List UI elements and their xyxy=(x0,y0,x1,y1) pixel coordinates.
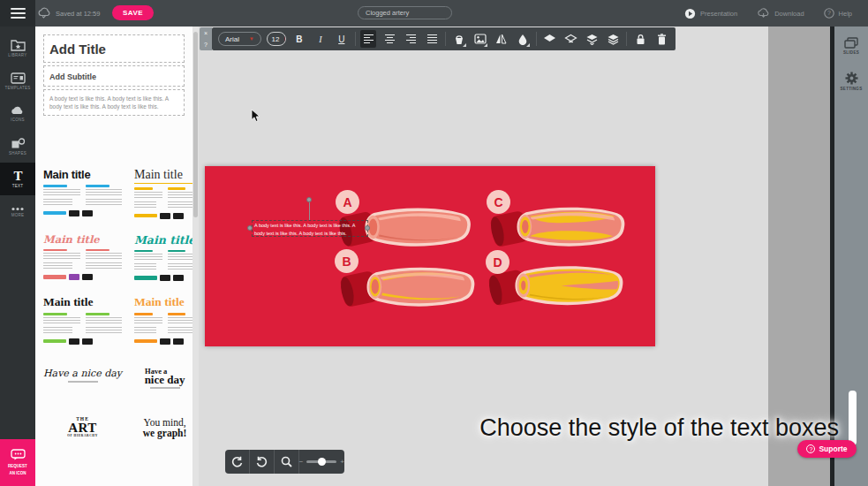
help-button[interactable]: ? Help xyxy=(824,8,852,19)
zoom-slider-handle[interactable] xyxy=(318,458,326,466)
send-to-back-button[interactable] xyxy=(584,30,600,48)
style-template-nice-day-script[interactable]: Have a nice day xyxy=(42,366,124,391)
templates-icon xyxy=(11,72,26,84)
align-right-button[interactable] xyxy=(403,30,419,48)
rotation-handle-line xyxy=(309,202,310,220)
label-c[interactable]: C xyxy=(487,190,510,214)
align-center-button[interactable] xyxy=(381,30,397,48)
zoom-bar: − + xyxy=(225,450,344,474)
library-icon xyxy=(11,39,26,51)
save-button[interactable]: SAVE xyxy=(112,5,154,20)
document-title-input[interactable] xyxy=(358,6,452,19)
tutorial-caption: Choose the style of the text boxes xyxy=(479,414,839,442)
panel-scrollbar[interactable] xyxy=(192,27,199,486)
redo-icon xyxy=(231,456,243,467)
sidebar-item-text[interactable]: T TEXT xyxy=(0,163,35,195)
add-title-item[interactable]: Add Title xyxy=(43,34,185,63)
style-template-serif-orange[interactable]: Main title xyxy=(132,293,197,346)
zoom-tool-button[interactable] xyxy=(275,450,299,474)
magnifier-icon xyxy=(281,456,292,467)
bring-to-front-button[interactable] xyxy=(605,30,621,48)
saved-status: Saved at 12:59 xyxy=(56,10,100,18)
icons-cloud-icon xyxy=(10,105,26,116)
sidebar-item-shapes[interactable]: SHAPES xyxy=(0,130,35,163)
resize-handle-left[interactable] xyxy=(247,225,253,231)
support-button[interactable]: ? Suporte xyxy=(797,440,857,458)
style-template-you-mind[interactable]: You mind,we graph! xyxy=(132,415,197,440)
zoom-slider-track[interactable] xyxy=(306,460,336,463)
label-a[interactable]: A xyxy=(336,190,359,214)
redo-button[interactable] xyxy=(225,450,250,474)
sidebar-item-templates[interactable]: TEMPLATES xyxy=(0,65,35,97)
design-canvas[interactable]: A body text is like this. A body text is… xyxy=(205,166,655,346)
bold-button[interactable]: B xyxy=(291,30,307,48)
undo-icon xyxy=(256,456,268,467)
flip-icon xyxy=(495,34,507,44)
app-window: Saved at 12:59 SAVE Presentation Downloa… xyxy=(0,0,868,486)
mouse-cursor xyxy=(251,110,260,123)
rotation-handle[interactable] xyxy=(306,197,312,202)
align-right-icon xyxy=(406,34,416,45)
top-bar: Saved at 12:59 SAVE Presentation Downloa… xyxy=(0,0,868,27)
lock-icon xyxy=(636,34,645,45)
hamburger-menu-button[interactable] xyxy=(0,0,35,27)
trash-icon xyxy=(657,34,667,45)
cloud-download-icon xyxy=(757,8,770,19)
settings-button[interactable]: SETTINGS xyxy=(834,65,868,97)
add-subtitle-item[interactable]: Add Subtitle xyxy=(43,65,185,87)
style-template-serif-green[interactable]: Main title xyxy=(42,293,124,346)
style-template-nice-day-stacked[interactable]: Have anice day xyxy=(132,366,197,391)
shapes-icon xyxy=(11,138,26,149)
resize-handle-right[interactable] xyxy=(365,225,370,231)
style-template-the-art[interactable]: THEARTOF HIERARCHY xyxy=(42,415,124,440)
slides-button[interactable]: SLIDES xyxy=(834,30,868,62)
style-template-script-pink[interactable]: Main title xyxy=(42,232,124,284)
cloud-save-icon xyxy=(37,5,51,19)
image-fill-button[interactable] xyxy=(472,30,488,48)
lock-button[interactable] xyxy=(632,30,648,48)
request-an-icon-button[interactable]: REQUESTAN ICON xyxy=(0,439,35,486)
flip-button[interactable] xyxy=(494,30,509,48)
opacity-button[interactable] xyxy=(515,30,531,48)
zoom-in-button[interactable]: + xyxy=(340,458,344,466)
more-dots-icon xyxy=(11,207,25,211)
sidebar-item-more[interactable]: MORE xyxy=(0,195,35,228)
label-d[interactable]: D xyxy=(486,250,509,274)
text-panel: Add Title Add Subtitle A body text is li… xyxy=(35,27,199,486)
zoom-slider[interactable]: − + xyxy=(299,458,344,466)
toolbar-close-button[interactable]: × xyxy=(204,30,208,36)
align-left-button[interactable] xyxy=(360,30,376,48)
image-icon xyxy=(474,34,487,44)
style-template-script-teal[interactable]: Main title xyxy=(132,232,197,284)
style-template-sans[interactable]: Main title xyxy=(42,166,124,221)
artery-illustration-b[interactable] xyxy=(337,263,477,309)
label-b[interactable]: B xyxy=(335,249,359,273)
send-backward-button[interactable] xyxy=(562,30,578,48)
download-button[interactable]: Download xyxy=(757,8,804,19)
help-icon: ? xyxy=(824,8,834,19)
selected-textbox[interactable]: A body text is like this. A body text is… xyxy=(252,220,368,237)
droplet-icon xyxy=(517,34,528,45)
fill-color-button[interactable] xyxy=(451,30,467,48)
underline-button[interactable]: U xyxy=(334,30,350,48)
delete-button[interactable] xyxy=(653,30,669,48)
zoom-out-button[interactable]: − xyxy=(299,458,304,466)
layer-up-icon xyxy=(543,34,556,44)
font-size-control[interactable]: 12 px xyxy=(267,32,286,46)
align-left-icon xyxy=(364,34,374,45)
toolbar-help-button[interactable]: ? xyxy=(204,42,208,48)
italic-button[interactable]: I xyxy=(313,30,328,48)
bring-forward-button[interactable] xyxy=(541,30,557,48)
sidebar-item-icons[interactable]: ICONS xyxy=(0,97,35,130)
align-justify-icon xyxy=(427,34,437,45)
undo-button[interactable] xyxy=(250,450,275,474)
add-body-text-item[interactable]: A body text is like this. A body text is… xyxy=(43,89,185,116)
right-scrollbar-thumb[interactable] xyxy=(849,391,857,445)
style-template-serif-gold[interactable]: Main title xyxy=(132,166,197,221)
left-sidebar: LIBRARY TEMPLATES ICONS SHAPES T TEXT MO… xyxy=(0,27,35,486)
presentation-button[interactable]: Presentation xyxy=(684,8,737,19)
font-family-select[interactable]: Arial ▼ xyxy=(218,32,261,46)
artery-illustration-c[interactable] xyxy=(487,203,627,249)
align-justify-button[interactable] xyxy=(424,30,440,48)
sidebar-item-library[interactable]: LIBRARY xyxy=(0,32,35,65)
